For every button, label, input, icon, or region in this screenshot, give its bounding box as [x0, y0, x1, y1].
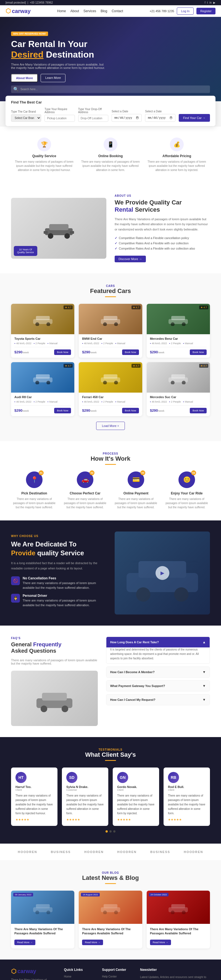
- faq-question[interactable]: How Can I Cancel My Request? ▼: [106, 694, 210, 705]
- register-button[interactable]: Register: [196, 8, 215, 14]
- partner-logo-2: HOODREN: [84, 850, 104, 854]
- nav-home[interactable]: Home: [57, 9, 66, 13]
- faq-question-text: How Can I Cancel My Request?: [110, 698, 156, 702]
- car-specs: 46 km/L-20222 PeopleManual: [82, 400, 139, 403]
- car-info: BMW End Car 46 km/L-20222 PeopleManual $…: [79, 334, 142, 358]
- car-image: ★ 4.7: [11, 304, 74, 334]
- faq-question[interactable]: How Can I Become A Member? ▼: [106, 667, 210, 677]
- twitter-icon[interactable]: t: [207, 1, 208, 4]
- blog-post-title: There Are Many Variations Of The Passage…: [14, 927, 71, 936]
- nav-contact[interactable]: Contact: [112, 9, 123, 13]
- hero-search-input[interactable]: [21, 88, 55, 91]
- dot-1[interactable]: [106, 830, 108, 832]
- step-title: Enjoy Your Car Ride: [164, 492, 210, 495]
- pickup-date-input[interactable]: [112, 114, 142, 122]
- how-underline: [105, 464, 116, 465]
- testimonials-tag: TESTIMONIALS: [11, 748, 210, 751]
- testimonial-stars: ★★★★★: [66, 818, 104, 821]
- car-specs: 46 km/L-20222 PeopleManual: [14, 342, 71, 345]
- login-button[interactable]: Log In: [177, 8, 194, 15]
- blog-title: Latest News & Blog: [11, 874, 210, 881]
- car-svg: [99, 371, 122, 384]
- book-now-button[interactable]: Book Now: [190, 408, 207, 414]
- testimonials-title: What Client Say's: [11, 751, 210, 758]
- about-tag: ABOUT US: [115, 194, 210, 197]
- quick-link-0[interactable]: Home: [64, 975, 94, 978]
- nav-about[interactable]: About: [71, 9, 79, 13]
- dropoff-input[interactable]: [78, 115, 108, 122]
- faq-question[interactable]: How Long Does A Car Rent Take? ▲: [106, 637, 210, 648]
- nav-services[interactable]: Services: [84, 9, 96, 13]
- car-type-select[interactable]: Select Car Brand Toyota BMW Mercedes: [11, 114, 41, 122]
- blog-date: 09 January 2022: [13, 893, 33, 896]
- hero-buttons: About More Learn More: [11, 74, 210, 82]
- blog-card-0: 09 January 2022 There Are Many Variation…: [11, 891, 74, 948]
- partner-logo-0: HOODREN: [18, 850, 37, 854]
- logo[interactable]: ⬡ carway: [6, 8, 31, 15]
- load-more-container: Load More +: [11, 422, 210, 430]
- blog-section: OUR BLOG Latest News & Blog 09 January 2…: [0, 860, 221, 959]
- featured-underline: [105, 296, 116, 297]
- why-title-3: quality Service: [37, 549, 84, 557]
- load-more-button[interactable]: Load More +: [96, 422, 125, 430]
- car-spec: Manual: [115, 400, 125, 403]
- car-name: Mercedes Suc Car: [150, 395, 207, 399]
- testimonial-text: There are many variations of passages of…: [117, 794, 155, 816]
- about-content: ABOUT US We Provide Quality Car Rental S…: [115, 194, 210, 262]
- booking-title: Find The Best Car: [11, 100, 210, 104]
- car-spec: Manual: [115, 342, 125, 345]
- linkedin-icon[interactable]: in: [209, 1, 212, 4]
- faq-section: FAQ'S General Frequently Asked Questions…: [0, 625, 221, 737]
- steps-row: 📍 01 Pick Destination There are many var…: [11, 471, 210, 509]
- blog-content: There Are Many Variations Of The Passage…: [11, 924, 74, 948]
- why-point-1-desc: There are many variations of passages of…: [23, 581, 106, 590]
- about-description: There Are Many Variations of passages of…: [115, 216, 210, 232]
- about-badge: 10 Years Of Quality Service: [14, 246, 37, 256]
- dot-2[interactable]: [109, 830, 112, 832]
- support-link-0[interactable]: Help Center: [102, 975, 132, 978]
- footer-support: Support Center Help CenterFAQPricing Pla…: [102, 968, 132, 980]
- price-period: /week: [22, 409, 29, 412]
- svg-point-36: [41, 706, 47, 712]
- blog-content: There Are Many Variations Of The Passage…: [147, 924, 210, 948]
- discover-more-button[interactable]: Discover More →: [115, 256, 146, 262]
- car-name: Ferrari 458 Car: [82, 395, 139, 399]
- car-price: $290/week: [82, 408, 96, 412]
- book-now-button[interactable]: Book Now: [122, 408, 139, 414]
- hero-about-button[interactable]: About More: [11, 74, 38, 82]
- step-icon: 🚗 02: [77, 471, 93, 488]
- svg-rect-5: [70, 231, 74, 234]
- pricing-icon: 💰: [170, 137, 184, 151]
- book-now-button[interactable]: Book Now: [54, 408, 71, 414]
- testimonial-avatar: SD: [66, 772, 77, 783]
- pickup-input[interactable]: [44, 115, 74, 122]
- about-title-line1: We Provide Quality Car: [115, 199, 182, 206]
- return-date-input[interactable]: [145, 114, 175, 122]
- facebook-icon[interactable]: f: [205, 1, 205, 4]
- book-now-button[interactable]: Book Now: [190, 350, 207, 355]
- car-info: Mercedes Benz Car 46 km/L-20222 PeopleMa…: [147, 334, 210, 358]
- nav-blog[interactable]: Blog: [101, 9, 107, 13]
- hero-learn-button[interactable]: Learn More: [41, 74, 65, 82]
- dot-3[interactable]: [113, 830, 115, 832]
- faq-question[interactable]: What Payment Gateway You Support? ▼: [106, 681, 210, 691]
- read-more-button[interactable]: Read More →: [82, 940, 103, 945]
- car-type-label: Type The Car Brand: [11, 110, 41, 113]
- pickup-label: Type Your Require Address: [44, 108, 74, 114]
- blog-car-svg: [32, 900, 54, 914]
- car-card-2: ★ 4.7 Mercedes Benz Car 46 km/L-20222 Pe…: [147, 304, 210, 358]
- logo-text: carway: [12, 8, 31, 14]
- blog-date: 18 August 2022: [81, 893, 100, 896]
- read-more-button[interactable]: Read More →: [150, 940, 171, 945]
- book-now-button[interactable]: Book Now: [54, 350, 71, 355]
- youtube-icon[interactable]: ▶: [213, 1, 215, 4]
- blog-car-svg: [99, 900, 122, 914]
- hero-heading: Car Rental In Your Desired Destination: [11, 39, 210, 60]
- booking-form: Find The Best Car Type The Car Brand Sel…: [6, 96, 215, 126]
- svg-point-3: [65, 233, 70, 239]
- testimonial-stars: ★★★★★: [168, 818, 205, 821]
- read-more-button[interactable]: Read More →: [14, 940, 35, 945]
- find-car-button[interactable]: Find Your Car →: [179, 114, 210, 122]
- why-section: WHY CHOOSE US We Are Dedicated To Provid…: [0, 520, 221, 625]
- book-now-button[interactable]: Book Now: [122, 350, 139, 355]
